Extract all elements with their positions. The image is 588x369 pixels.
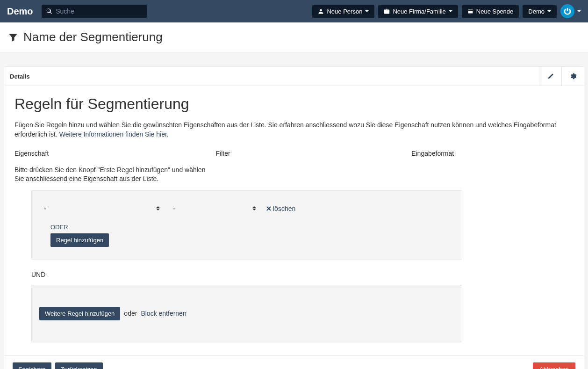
caret-down-icon: [365, 10, 369, 12]
filter-select[interactable]: -: [170, 205, 259, 212]
or-word: oder: [124, 310, 137, 317]
edit-button[interactable]: [539, 67, 561, 86]
power-icon: [560, 4, 574, 18]
pencil-icon: [547, 73, 554, 80]
brand-logo[interactable]: Demo: [7, 6, 33, 17]
col-filter: Filter: [216, 150, 412, 157]
caret-down-icon: [547, 10, 551, 12]
rule-block: Weitere Regel hinzufügen oder Block entf…: [31, 285, 461, 342]
new-donation-button[interactable]: Neue Spende: [462, 5, 519, 18]
filter-icon: [8, 33, 18, 42]
rule-block: - - löschen ODER Regel hinzufügen: [31, 190, 461, 260]
add-more-rule-button[interactable]: Weitere Regel hinzufügen: [39, 307, 120, 320]
select-caret-icon: [252, 206, 256, 210]
reset-button[interactable]: Zurücksetzen: [55, 362, 103, 369]
col-format: Eingabeformat: [411, 150, 574, 157]
gear-icon: [570, 73, 576, 80]
select-caret-icon: [156, 206, 160, 210]
new-person-button[interactable]: Neue Person: [312, 5, 374, 18]
page-title-bar: Name der Segmentierung: [0, 22, 588, 52]
cancel-button[interactable]: Abbrechen: [533, 362, 575, 369]
top-navbar: Demo Neue Person Neue Firma/Familie Neue…: [0, 0, 588, 22]
add-rule-button[interactable]: Regel hinzufügen: [50, 233, 109, 247]
intro-text: Fügen Sie Regeln hinzu und wählen Sie di…: [14, 120, 574, 139]
settings-button[interactable]: [561, 67, 584, 86]
page-title: Name der Segmentierung: [23, 30, 163, 44]
card-header: Details: [4, 67, 584, 86]
card-footer: Speichern Zurücksetzen Abbrechen: [4, 355, 584, 369]
power-menu[interactable]: [560, 4, 581, 18]
details-card: Details Regeln für Segmentierung Fügen S…: [4, 66, 584, 369]
briefcase-icon: [384, 8, 390, 14]
close-icon: [266, 206, 271, 211]
first-rule-hint: Bitte drücken Sie den Knopf "Erste Regel…: [14, 166, 206, 184]
caret-down-icon: [577, 10, 581, 12]
user-menu-button[interactable]: Demo: [523, 5, 557, 18]
more-info-link[interactable]: Weitere Informationen finden Sie hier.: [59, 130, 169, 138]
rule-row: - - löschen: [41, 205, 452, 212]
search-icon: [46, 8, 52, 14]
person-icon: [318, 8, 324, 14]
column-headers-row: Eigenschaft Filter Eingabeformat: [14, 150, 574, 157]
section-heading: Regeln für Segmentierung: [14, 95, 574, 113]
and-label: UND: [31, 271, 574, 278]
remove-block-link[interactable]: Block entfernen: [141, 310, 186, 317]
property-select[interactable]: -: [41, 205, 163, 212]
or-label: ODER: [50, 224, 452, 231]
search-input[interactable]: [56, 7, 142, 15]
search-box[interactable]: [42, 5, 147, 18]
donation-icon: [467, 8, 473, 14]
delete-rule-link[interactable]: löschen: [266, 205, 295, 212]
save-button[interactable]: Speichern: [13, 362, 51, 369]
new-company-button[interactable]: Neue Firma/Familie: [378, 5, 458, 18]
col-property: Eigenschaft: [14, 150, 216, 157]
caret-down-icon: [449, 10, 452, 12]
tab-details[interactable]: Details: [4, 68, 36, 85]
